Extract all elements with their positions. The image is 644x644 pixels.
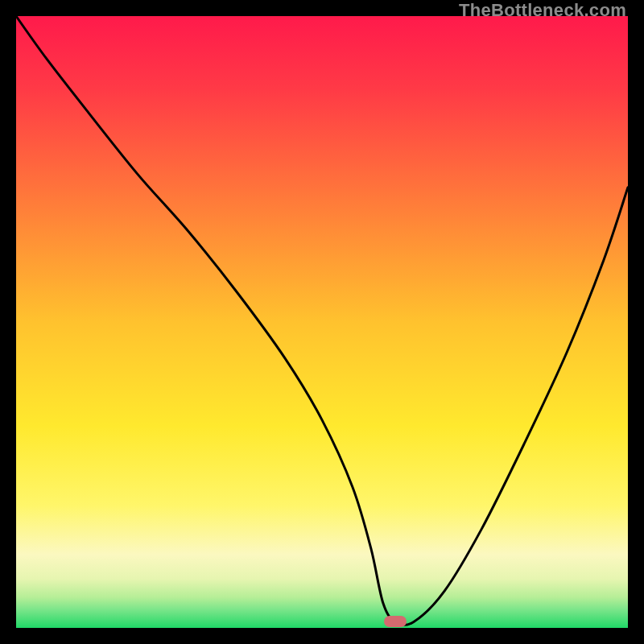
- watermark-text: TheBottleneck.com: [459, 0, 626, 21]
- bottleneck-curve: [16, 16, 628, 628]
- chart-frame: TheBottleneck.com: [0, 0, 644, 644]
- optimum-marker: [384, 616, 407, 627]
- plot-area: [16, 16, 628, 628]
